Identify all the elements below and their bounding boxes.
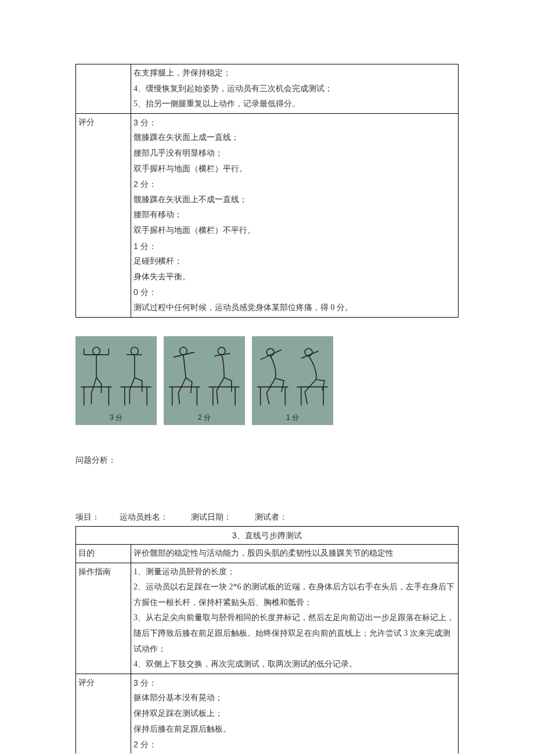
score-head: 2 分： [134, 177, 456, 192]
figure-1pt: 1 分 [252, 336, 333, 425]
cell-guide-body: 1、测量运动员胫骨的长度； 2、运动员以右足踩在一块 2*6 的测试板的近端，在… [131, 563, 459, 674]
figure-caption: 3 分 [110, 413, 122, 423]
text-line: 4、缓慢恢复到起始姿势，运动员有三次机会完成测试； [134, 81, 456, 97]
stick-figure-front-icon [254, 340, 291, 409]
cell-score-label: 评分 [76, 674, 131, 753]
stick-figure-side-icon [205, 340, 243, 409]
svg-point-5 [131, 347, 138, 355]
text-line: 双手握杆与地面（横栏）平行。 [134, 161, 456, 177]
text-line: 2、运动员以右足踩在一块 2*6 的测试板的近端，在身体后方以右手在头后，左手在… [134, 579, 456, 610]
fh-project: 项目： [75, 512, 100, 523]
text-line: 身体失去平衡。 [134, 269, 456, 285]
cell-score-label: 评分 [76, 113, 131, 317]
table-row: 操作指南 1、测量运动员胫骨的长度； 2、运动员以右足踩在一块 2*6 的测试板… [76, 563, 459, 674]
text-line: 躯体部分基本没有晃动； [134, 690, 456, 706]
table-row: 评分 3 分： 髋膝踝在矢状面上成一直线； 腰部几乎没有明显移动； 双手握杆与地… [76, 113, 459, 317]
stick-figure-front-icon [166, 340, 203, 409]
text-line: 双手握杆与地面（横栏）不平行。 [134, 223, 456, 239]
figure-drawing [254, 340, 331, 409]
text-line: 腰部几乎没有明显移动； [134, 146, 456, 161]
cell-score-body: 3 分： 躯体部分基本没有晃动； 保持双足踩在测试板上； 保持后膝在前足跟后触板… [131, 674, 459, 753]
form-header: 项目： 运动员姓名： 测试日期： 测试者： [75, 512, 459, 523]
figure-2pt: 2 分 [164, 336, 245, 425]
svg-point-15 [218, 347, 225, 355]
figure-drawing [166, 340, 243, 409]
cell-purpose-text: 评价髋部的稳定性与活动能力，股四头肌的柔韧性以及膝踝关节的稳定性 [131, 545, 459, 563]
text-line: 腰部有移动； [134, 207, 456, 223]
table-title-row: 3、直线弓步蹲测试 [76, 526, 459, 545]
text-line: 保持双足踩在测试板上； [134, 706, 456, 722]
test-table-1: 在支撑腿上，并保持稳定； 4、缓慢恢复到起始姿势，运动员有三次机会完成测试； 5… [75, 64, 459, 318]
svg-point-10 [179, 347, 187, 355]
cell-empty [76, 64, 131, 114]
cell-operation-extra: 在支撑腿上，并保持稳定； 4、缓慢恢复到起始姿势，运动员有三次机会完成测试； 5… [131, 64, 459, 114]
fh-name: 运动员姓名： [120, 512, 168, 523]
cell-purpose-label: 目的 [76, 545, 131, 563]
document-page: 在支撑腿上，并保持稳定； 4、缓慢恢复到起始姿势，运动员有三次机会完成测试； 5… [0, 0, 534, 756]
stick-figure-front-icon [78, 340, 115, 409]
table-title: 3、直线弓步蹲测试 [76, 526, 459, 545]
text-line: 在支撑腿上，并保持稳定； [134, 66, 456, 81]
text-line: 测试过程中任何时候，运动员感觉身体某部位疼痛，得 0 分。 [134, 300, 456, 316]
score-head: 2 分： [134, 737, 456, 753]
score-head: 1 分： [134, 239, 456, 254]
svg-line-11 [183, 354, 186, 377]
figure-drawing [78, 340, 154, 409]
score-head: 3 分： [134, 675, 456, 691]
figure-row: 3 分 [75, 336, 459, 425]
fh-tester: 测试者： [255, 512, 287, 523]
analysis-label: 问题分析： [75, 455, 459, 466]
text-line: 足碰到横杆； [134, 254, 456, 269]
table-row: 目的 评价髋部的稳定性与活动能力，股四头肌的柔韧性以及膝踝关节的稳定性 [76, 545, 459, 563]
cell-guide-label: 操作指南 [76, 563, 131, 674]
text-line: 3、从右足尖向前量取与胫骨相同的长度并标记，然后左足向前迈出一步足跟落在标记上，… [134, 610, 456, 657]
cell-score-body: 3 分： 髋膝踝在矢状面上成一直线； 腰部几乎没有明显移动； 双手握杆与地面（横… [131, 113, 459, 317]
text-line: 保持后膝在前足跟后触板。 [134, 722, 456, 737]
stick-figure-side-icon [294, 340, 331, 409]
score-head: 3 分： [134, 115, 456, 131]
stick-figure-side-icon [117, 340, 154, 409]
figure-caption: 2 分 [198, 413, 211, 423]
text-line: 5、抬另一侧腿重复以上动作，记录最低得分。 [134, 96, 456, 112]
figure-caption: 1 分 [286, 413, 299, 423]
score-head: 0 分： [134, 285, 456, 300]
text-line: 4、双侧上下肢交换，再次完成测试，取两次测试的低分记录。 [134, 657, 456, 672]
text-line: 髋膝踝在矢状面上不成一直线； [134, 192, 456, 208]
svg-point-0 [93, 347, 100, 355]
table-row: 评分 3 分： 躯体部分基本没有晃动； 保持双足踩在测试板上； 保持后膝在前足跟… [76, 674, 459, 753]
text-line: 髋膝踝在矢状面上成一直线； [134, 130, 456, 146]
fh-date: 测试日期： [191, 512, 232, 523]
text-line: 1、测量运动员胫骨的长度； [134, 564, 456, 580]
figure-3pt: 3 分 [75, 336, 157, 425]
table-row: 在支撑腿上，并保持稳定； 4、缓慢恢复到起始姿势，运动员有三次机会完成测试； 5… [76, 64, 459, 114]
test-table-2: 3、直线弓步蹲测试 目的 评价髋部的稳定性与活动能力，股四头肌的柔韧性以及膝踝关… [75, 526, 459, 754]
